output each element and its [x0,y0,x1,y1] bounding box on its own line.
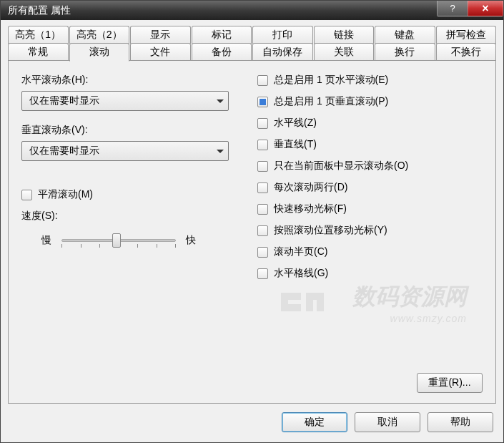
tab-row-2: 常规 滚动 文件 备份 自动保存 关联 换行 不换行 [8,43,496,61]
chevron-down-icon [217,99,224,103]
reset-row: 重置(R)... [417,373,483,393]
slider-thumb[interactable] [112,233,121,248]
vscroll-value: 仅在需要时显示 [29,145,99,157]
tab-link[interactable]: 链接 [314,26,375,44]
checkbox[interactable] [257,204,268,215]
checkbox[interactable] [257,225,268,236]
vscroll-label: 垂直滚动条(V): [21,124,236,137]
help-button[interactable]: ? [437,1,468,16]
check-fast-cursor[interactable]: 快速移动光标(F) [257,203,483,215]
chevron-down-icon [217,150,224,153]
reset-button[interactable]: 重置(R)... [417,373,483,393]
vscroll-combo[interactable]: 仅在需要时显示 [21,141,229,161]
help-dialog-button[interactable]: 帮助 [428,412,493,432]
tab-scroll[interactable]: 滚动 [69,43,130,62]
close-icon: × [482,2,488,15]
checkbox[interactable] [257,75,268,86]
speed-fast-label: 快 [186,234,196,247]
left-column: 水平滚动条(H): 仅在需要时显示 垂直滚动条(V): 仅在需要时显示 平滑滚动… [21,74,236,288]
tab-backup[interactable]: 备份 [192,43,252,61]
tab-nowrap[interactable]: 不换行 [436,43,497,61]
tab-mark[interactable]: 标记 [192,26,252,44]
tab-association[interactable]: 关联 [314,43,375,61]
window-title: 所有配置 属性 [8,4,71,17]
tab-highlight-1[interactable]: 高亮（1） [8,26,69,44]
right-column: 总是启用 1 页水平滚动(E) 总是启用 1 页垂直滚动(P) 水平线(Z) 垂… [257,74,483,288]
watermark-logo [277,287,327,323]
check-vline[interactable]: 垂直线(T) [257,138,483,151]
tab-autosave[interactable]: 自动保存 [252,43,313,61]
tab-panel: 水平滚动条(H): 仅在需要时显示 垂直滚动条(V): 仅在需要时显示 平滑滚动… [8,60,496,404]
check-always-h[interactable]: 总是启用 1 页水平滚动(E) [257,74,483,87]
hscroll-value: 仅在需要时显示 [29,94,99,107]
titlebar: 所有配置 属性 ? × [1,1,503,20]
tab-general[interactable]: 常规 [8,43,69,61]
checkbox[interactable] [257,140,268,150]
panel-content: 水平滚动条(H): 仅在需要时显示 垂直滚动条(V): 仅在需要时显示 平滑滚动… [21,74,483,288]
speed-slow-label: 慢 [41,234,51,247]
titlebar-buttons: ? × [438,1,503,18]
check-two-lines[interactable]: 每次滚动两行(D) [257,181,483,194]
tabs-area: 高亮（1） 高亮（2） 显示 标记 打印 链接 键盘 拼写检查 常规 滚动 文件… [1,20,503,404]
check-panel-only[interactable]: 只在当前面板中显示滚动条(O) [257,160,483,172]
checkbox[interactable] [257,247,268,258]
tab-spellcheck[interactable]: 拼写检查 [436,26,497,44]
checkbox[interactable] [257,182,268,193]
check-half-page[interactable]: 滚动半页(C) [257,245,483,258]
checkbox[interactable] [257,118,268,129]
tab-row-1: 高亮（1） 高亮（2） 显示 标记 打印 链接 键盘 拼写检查 [8,26,496,44]
tab-highlight-2[interactable]: 高亮（2） [69,26,130,44]
speed-slider[interactable] [61,230,176,251]
dialog-buttons: 确定 取消 帮助 [1,404,503,442]
check-h-grid[interactable]: 水平格线(G) [257,267,483,280]
checkbox[interactable] [257,161,268,172]
smooth-scroll-row[interactable]: 平滑滚动(M) [21,188,236,201]
dialog-window: 所有配置 属性 ? × 高亮（1） 高亮（2） 显示 标记 打印 链接 键盘 拼… [0,0,504,443]
checkbox[interactable] [257,97,268,107]
close-button[interactable]: × [468,1,503,16]
tab-wrap[interactable]: 换行 [375,43,435,61]
checkbox[interactable] [257,268,268,279]
check-move-cursor[interactable]: 按照滚动位置移动光标(Y) [257,224,483,237]
tab-display[interactable]: 显示 [130,26,191,44]
hscroll-combo[interactable]: 仅在需要时显示 [21,91,229,111]
check-always-v[interactable]: 总是启用 1 页垂直滚动(P) [257,95,483,108]
help-icon: ? [450,3,455,14]
speed-label: 速度(S): [21,210,236,223]
tab-print[interactable]: 打印 [252,26,313,44]
ok-button[interactable]: 确定 [282,412,347,432]
check-hline[interactable]: 水平线(Z) [257,117,483,130]
smooth-scroll-label: 平滑滚动(M) [38,188,93,201]
tab-file[interactable]: 文件 [130,43,191,61]
cancel-button[interactable]: 取消 [355,412,420,432]
tab-keyboard[interactable]: 键盘 [375,26,435,44]
speed-slider-area: 慢 快 [21,230,236,251]
smooth-scroll-checkbox[interactable] [21,190,32,200]
hscroll-label: 水平滚动条(H): [21,74,236,87]
